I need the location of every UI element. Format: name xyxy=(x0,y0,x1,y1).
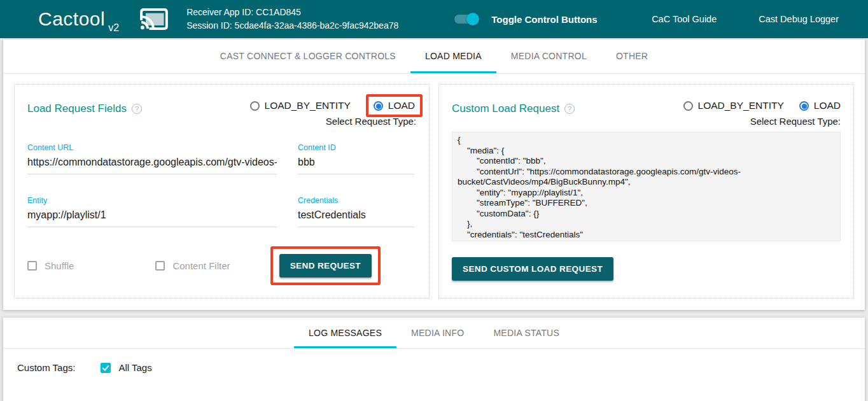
cast-debug-logger-link[interactable]: Cast Debug Logger xyxy=(759,14,839,24)
select-request-type-label: Select Request Type: xyxy=(683,116,841,127)
content-id-field: Content ID xyxy=(298,143,414,174)
help-icon[interactable] xyxy=(564,104,575,114)
toggle-label: Toggle Control Buttons xyxy=(491,14,597,25)
send-request-button[interactable]: SEND REQUEST xyxy=(279,254,372,278)
send-request-highlight-box: SEND REQUEST xyxy=(270,246,381,285)
load-request-fields-panel: Load Request Fields LOAD_BY_ENTITY LOAD xyxy=(14,84,430,299)
app-title: Cactool xyxy=(38,8,105,30)
custom-radio-load-by-entity[interactable]: LOAD_BY_ENTITY xyxy=(683,100,784,111)
entity-field: Entity xyxy=(27,196,277,227)
select-request-type-label: Select Request Type: xyxy=(250,116,416,127)
main-tab-bar: CAST CONNECT & LOGGER CONTROLS LOAD MEDI… xyxy=(3,39,865,74)
radio-unchecked-icon xyxy=(683,101,693,111)
app-version: v2 xyxy=(108,22,119,38)
entity-label: Entity xyxy=(27,196,277,205)
load-request-fields-title: Load Request Fields xyxy=(27,102,127,115)
custom-load-request-title: Custom Load Request xyxy=(452,102,559,115)
custom-tags-label: Custom Tags: xyxy=(17,362,75,373)
content-id-label: Content ID xyxy=(298,143,414,152)
tab-media-control[interactable]: MEDIA CONTROL xyxy=(496,39,601,73)
main-card: CAST CONNECT & LOGGER CONTROLS LOAD MEDI… xyxy=(3,39,865,310)
log-card: LOG MESSAGES MEDIA INFO MEDIA STATUS Cus… xyxy=(3,318,865,401)
tab-media-status[interactable]: MEDIA STATUS xyxy=(479,318,574,348)
send-custom-load-request-button[interactable]: SEND CUSTOM LOAD REQUEST xyxy=(452,257,613,281)
radio-load-by-entity-label: LOAD_BY_ENTITY xyxy=(265,100,351,111)
custom-radio-load[interactable]: LOAD xyxy=(799,100,841,111)
radio-load-label: LOAD xyxy=(388,100,415,111)
toggle-track-icon xyxy=(454,15,477,24)
content-url-label: Content URL xyxy=(27,143,277,152)
shuffle-label: Shuffle xyxy=(45,260,74,271)
radio-unchecked-icon xyxy=(250,101,260,111)
toggle-knob-icon xyxy=(466,13,479,25)
control-buttons-toggle[interactable] xyxy=(454,15,477,24)
radio-load-highlighted[interactable]: LOAD xyxy=(366,94,423,117)
help-icon[interactable] xyxy=(132,104,142,114)
panels-row: Load Request Fields LOAD_BY_ENTITY LOAD xyxy=(3,74,865,310)
content-filter-label: Content Filter xyxy=(172,260,230,271)
checkbox-unchecked-icon xyxy=(27,261,37,271)
all-tags-label: All Tags xyxy=(118,362,151,373)
radio-checked-icon xyxy=(799,101,809,111)
radio-checked-icon xyxy=(374,101,383,111)
app-header: Cactool v2 Receiver App ID: CC1AD845 Ses… xyxy=(0,0,868,38)
receiver-app-id: Receiver App ID: CC1AD845 xyxy=(186,6,398,19)
tab-cast-connect-logger-controls[interactable]: CAST CONNECT & LOGGER CONTROLS xyxy=(206,39,410,73)
custom-tags-row: Custom Tags: All Tags xyxy=(3,349,865,373)
tab-other[interactable]: OTHER xyxy=(601,39,662,73)
custom-radio-load-by-entity-label: LOAD_BY_ENTITY xyxy=(698,100,784,111)
content-filter-checkbox[interactable]: Content Filter xyxy=(155,260,230,271)
cast-connected-icon xyxy=(139,8,169,31)
cac-tool-guide-link[interactable]: CaC Tool Guide xyxy=(652,14,717,24)
credentials-input[interactable] xyxy=(298,205,414,227)
custom-radio-load-label: LOAD xyxy=(814,100,841,111)
tab-load-media[interactable]: LOAD MEDIA xyxy=(410,39,496,73)
tab-log-messages[interactable]: LOG MESSAGES xyxy=(294,318,396,348)
all-tags-checkbox-checked-icon[interactable] xyxy=(101,363,111,373)
custom-load-request-panel: Custom Load Request LOAD_BY_ENTITY LOAD xyxy=(438,84,854,299)
credentials-field: Credentials xyxy=(298,196,414,227)
custom-load-json-textarea[interactable]: { "media": { "contentId": "bbb", "conten… xyxy=(452,132,841,241)
entity-input[interactable] xyxy=(27,205,277,227)
content-url-input[interactable] xyxy=(27,152,277,174)
session-id: Session ID: 5cdae4fa-32aa-4386-ba2c-9fac… xyxy=(186,19,398,32)
checkbox-unchecked-icon xyxy=(155,261,165,271)
credentials-label: Credentials xyxy=(298,196,414,205)
radio-load-by-entity[interactable]: LOAD_BY_ENTITY xyxy=(250,100,351,111)
session-info: Receiver App ID: CC1AD845 Session ID: 5c… xyxy=(186,6,398,32)
content-id-input[interactable] xyxy=(298,152,414,174)
tab-media-info[interactable]: MEDIA INFO xyxy=(396,318,479,348)
content-url-field: Content URL xyxy=(27,143,277,174)
shuffle-checkbox[interactable]: Shuffle xyxy=(27,260,74,271)
log-tab-bar: LOG MESSAGES MEDIA INFO MEDIA STATUS xyxy=(3,318,865,349)
